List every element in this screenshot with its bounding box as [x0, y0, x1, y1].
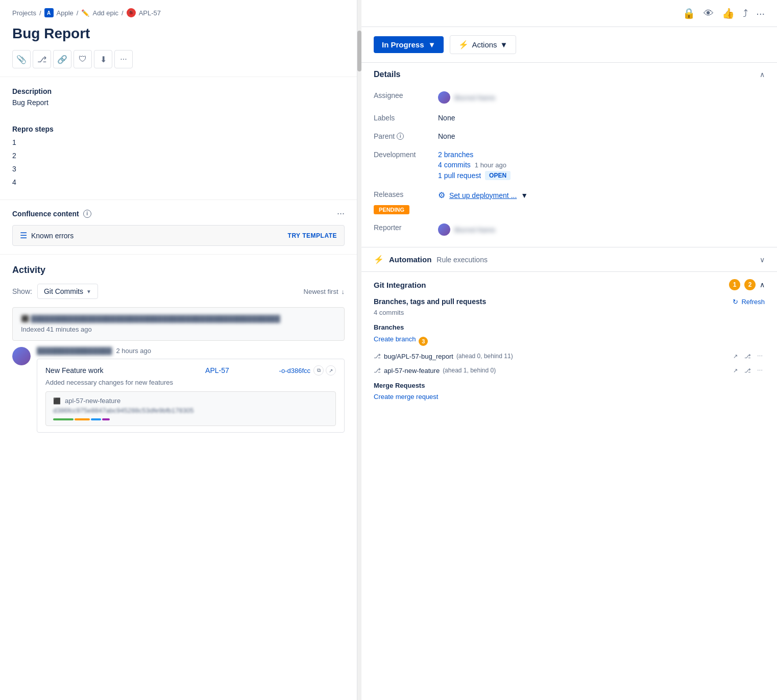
- branch-git-icon-1: ⎇: [374, 353, 381, 360]
- confluence-section: Confluence content i ··· ☰ Known errors …: [0, 199, 357, 254]
- repo-activity-item: ⬛ ██████████████████████████████████████…: [12, 307, 345, 341]
- commit-card: New Feature work APL-57 -o-d386fcc ⧉ ↗ A…: [37, 359, 345, 433]
- dev-commits-link[interactable]: 4 commits: [438, 161, 471, 169]
- repo-line: ⬛ ██████████████████████████████████████…: [21, 315, 336, 322]
- inner-commit: ⬛ apl-57-new-feature d386fcc975e8847abc9…: [45, 391, 336, 426]
- automation-header[interactable]: ⚡ Automation Rule executions ∨: [361, 247, 777, 271]
- dev-branches-link[interactable]: 2 branches: [438, 151, 473, 159]
- description-label: Description: [12, 87, 345, 95]
- open-hash-button[interactable]: ↗: [326, 365, 336, 376]
- breadcrumb-projects[interactable]: Projects: [12, 9, 36, 17]
- refresh-icon: ↻: [733, 298, 738, 306]
- description-text: Bug Report: [12, 98, 345, 107]
- commit-time: 2 hours ago: [116, 347, 151, 355]
- labels-label: Labels: [374, 114, 430, 122]
- status-button[interactable]: In Progress ▼: [374, 36, 444, 53]
- export-button[interactable]: ⬇: [94, 50, 112, 68]
- tree-button[interactable]: ⎇: [33, 50, 51, 68]
- git-header[interactable]: Git Integration 1 2 ∧: [361, 272, 777, 297]
- branch-2-merge-icon[interactable]: ⎇: [742, 365, 752, 376]
- create-branch-badge: 3: [419, 337, 428, 346]
- create-branch-link[interactable]: Create branch: [374, 335, 416, 343]
- branch-1-merge-icon[interactable]: ⎇: [742, 351, 752, 361]
- indexed-time: Indexed 41 minutes ago: [21, 326, 336, 333]
- activity-title: Activity: [12, 265, 45, 276]
- details-header[interactable]: Details ∧: [361, 63, 777, 86]
- branch-1-ahead: (ahead 0, behind 11): [456, 353, 513, 360]
- repro-steps-section: Repro steps 1 2 3 4: [0, 117, 357, 199]
- sort-button[interactable]: Newest first ↓: [304, 288, 345, 295]
- branch-2-open-icon[interactable]: ↗: [730, 365, 740, 376]
- releases-row: Releases ⚙ Set up deployment ... ▼: [361, 185, 777, 205]
- parent-info-icon[interactable]: i: [397, 133, 404, 140]
- parent-row: Parent i None: [361, 127, 777, 145]
- branch-1-name: bug/APL-57-bug_report: [384, 353, 453, 360]
- branch-2-name: apl-57-new-feature: [384, 367, 440, 374]
- actions-label: Actions: [472, 40, 497, 49]
- copy-hash-button[interactable]: ⧉: [313, 365, 324, 376]
- git-chevron: ∧: [760, 281, 765, 289]
- repro-step-4: 4: [12, 178, 345, 186]
- parent-value: None: [438, 132, 765, 140]
- pending-badge-row: PENDING: [361, 205, 777, 218]
- watch-icon[interactable]: 👁: [703, 8, 714, 19]
- git-badge-2: 2: [744, 279, 756, 290]
- branch-git-icon-2: ⎇: [374, 367, 381, 374]
- toolbar: 📎 ⎇ 🔗 🛡 ⬇ ···: [0, 50, 357, 77]
- link-button[interactable]: 🔗: [53, 50, 71, 68]
- share-icon[interactable]: ⤴: [743, 8, 748, 19]
- shield-button[interactable]: 🛡: [74, 50, 92, 68]
- more-options-icon[interactable]: ···: [756, 8, 765, 19]
- more-button[interactable]: ···: [114, 50, 133, 68]
- create-merge-request-link[interactable]: Create merge request: [374, 393, 438, 401]
- breadcrumb-add-epic[interactable]: Add epic: [92, 9, 118, 17]
- reporter-row: Reporter Blurred Name: [361, 218, 777, 241]
- breadcrumb-apple[interactable]: Apple: [57, 9, 74, 17]
- details-chevron: ∧: [760, 70, 765, 79]
- show-label: Show:: [12, 287, 32, 295]
- page-icon: ☰: [20, 231, 27, 240]
- repro-step-3: 3: [12, 165, 345, 173]
- assignee-name: Blurred Name: [454, 94, 495, 102]
- setup-deployment-link[interactable]: Set up deployment ...: [449, 191, 517, 199]
- refresh-button[interactable]: ↻ Refresh: [733, 298, 765, 306]
- branch-2-more-icon[interactable]: ⋯: [755, 365, 765, 376]
- details-panel: Details ∧ Assignee Blurred Name Labels N…: [361, 63, 777, 247]
- details-title: Details: [374, 70, 400, 79]
- confluence-info-icon[interactable]: i: [83, 210, 91, 218]
- commit-issue-link[interactable]: APL-57: [205, 366, 229, 374]
- scrollbar[interactable]: [357, 0, 361, 700]
- attach-button[interactable]: 📎: [12, 50, 31, 68]
- commit-author: ████████████████: [37, 347, 112, 355]
- commit-title-prefix: New Feature work: [45, 366, 104, 374]
- breadcrumb-issue[interactable]: APL-57: [139, 9, 161, 17]
- parent-label: Parent i: [374, 132, 430, 140]
- inner-commit-hash: d386fcc975e8847abc945288c53dfe9bfb178305: [53, 407, 328, 414]
- dev-pr-link[interactable]: 1 pull request: [438, 171, 481, 180]
- branch-1-open-icon[interactable]: ↗: [730, 351, 740, 361]
- actions-button[interactable]: ⚡ Actions ▼: [450, 35, 516, 54]
- commit-hash-text: -o-d386fcc: [279, 367, 310, 374]
- git-integration-panel: Git Integration 1 2 ∧ Branches, tags and…: [361, 272, 777, 411]
- lock-icon[interactable]: 🔒: [683, 7, 695, 19]
- status-label: In Progress: [382, 40, 424, 49]
- inner-branch-name: apl-57-new-feature: [65, 397, 120, 405]
- try-template-button[interactable]: TRY TEMPLATE: [288, 232, 337, 239]
- confluence-header: Confluence content i ···: [12, 208, 345, 219]
- branch-1-more-icon[interactable]: ⋯: [755, 351, 765, 361]
- status-row: In Progress ▼ ⚡ Actions ▼: [361, 27, 777, 63]
- avatar: [12, 347, 31, 365]
- color-bar: [53, 418, 328, 420]
- labels-value: None: [438, 114, 765, 122]
- assignee-row: Assignee Blurred Name: [361, 86, 777, 109]
- confluence-more-button[interactable]: ···: [337, 208, 345, 219]
- git-commits-dropdown[interactable]: Git Commits ▼: [37, 284, 98, 299]
- pr-open-badge: OPEN: [485, 171, 511, 180]
- left-panel: Projects / A Apple / ✏️ Add epic / 🐞 APL…: [0, 0, 357, 700]
- right-panel: 🔒 👁 👍 ⤴ ··· In Progress ▼ ⚡ Actions ▼ De…: [361, 0, 777, 700]
- dropdown-chevron: ▼: [86, 289, 91, 294]
- pending-badge: PENDING: [374, 205, 409, 214]
- repro-step-2: 2: [12, 152, 345, 160]
- thumbsup-icon[interactable]: 👍: [722, 7, 735, 19]
- apple-project-icon: A: [44, 8, 54, 17]
